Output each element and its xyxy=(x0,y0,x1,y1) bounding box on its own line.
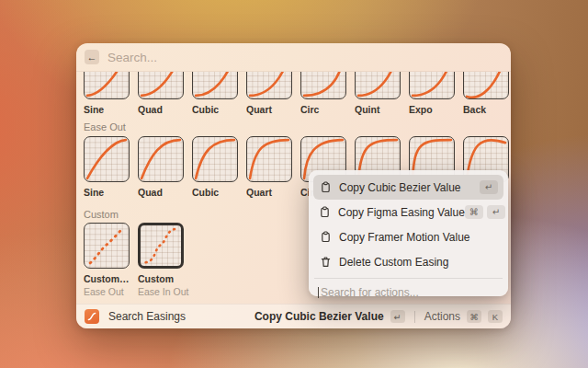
enter-key-icon: ↵ xyxy=(487,205,505,219)
easing-name: Quart xyxy=(246,104,292,115)
easing-card-cell[interactable]: Back xyxy=(463,72,509,115)
primary-action-button[interactable]: Copy Cubic Bezier Value xyxy=(254,310,384,323)
easing-card-cell[interactable]: Quad xyxy=(138,72,184,115)
custom-ease-in-out-curve xyxy=(141,225,181,266)
easing-name: Quart xyxy=(246,187,292,198)
easing-curve-thumbnail[interactable] xyxy=(84,136,130,182)
ease-out-quad-curve xyxy=(139,137,183,181)
clipboard-icon xyxy=(319,231,332,243)
custom-easing-type: Ease Out xyxy=(84,286,130,297)
search-header: ← Search... xyxy=(76,43,511,72)
custom-easing-name: Custom Eas… xyxy=(84,273,130,284)
easing-curve-thumbnail[interactable] xyxy=(355,72,401,99)
search-input[interactable]: Search... xyxy=(107,51,157,64)
easing-name: Quad xyxy=(138,104,184,115)
easing-name: Quad xyxy=(138,187,184,198)
easing-card-cell[interactable]: Sine xyxy=(84,136,130,198)
ease-in-expo-curve xyxy=(410,72,454,98)
easing-curve-thumbnail[interactable] xyxy=(138,136,184,182)
easing-card-cell[interactable]: Sine xyxy=(84,72,130,115)
menu-item-label: Delete Custom Easing xyxy=(339,256,498,269)
section-header-ease-out: Ease Out xyxy=(84,121,126,132)
easing-card-cell[interactable]: Quint xyxy=(355,72,401,115)
back-button[interactable]: ← xyxy=(85,50,99,64)
enter-key-icon: ↵ xyxy=(390,310,405,323)
footer-actions-group: Copy Cubic Bezier Value ↵ Actions ⌘ K xyxy=(254,310,503,323)
ease-in-sine-curve xyxy=(85,72,129,98)
footer-divider xyxy=(414,311,415,323)
menu-item-label: Copy Cubic Bezier Value xyxy=(339,181,480,194)
menu-item-copy-framer-motion[interactable]: Copy Framer Motion Value xyxy=(313,224,503,249)
section-header-custom: Custom xyxy=(84,209,119,220)
easing-card-cell[interactable]: Expo xyxy=(409,72,455,115)
easing-name: Cubic xyxy=(192,187,238,198)
actions-panel: Copy Cubic Bezier Value ↵ Copy Figma Eas… xyxy=(309,170,508,296)
custom-easing-cell-selected[interactable]: Custom Ease In Out xyxy=(138,223,184,297)
easing-curve-thumbnail[interactable] xyxy=(463,72,509,99)
easing-curve-thumbnail[interactable] xyxy=(246,72,292,99)
action-bar: Search Easings Copy Cubic Bezier Value ↵… xyxy=(76,304,511,328)
easing-card-cell[interactable]: Cubic xyxy=(192,72,238,115)
custom-row: Custom Eas… Ease Out Custom Ease In Out xyxy=(84,223,192,297)
easing-card-cell[interactable]: Quart xyxy=(246,136,292,198)
easing-name: Sine xyxy=(84,104,130,115)
ease-in-back-curve xyxy=(464,72,508,98)
menu-item-delete-custom-easing[interactable]: Delete Custom Easing xyxy=(313,249,503,274)
ease-in-quart-curve xyxy=(247,72,291,98)
clipboard-icon xyxy=(319,181,332,193)
actions-search-placeholder: Search for actions... xyxy=(321,286,419,299)
easing-curve-thumbnail[interactable] xyxy=(192,72,238,99)
custom-ease-out-curve xyxy=(85,224,129,268)
back-arrow-icon: ← xyxy=(87,52,97,63)
custom-easing-name: Custom xyxy=(138,273,184,284)
menu-item-label: Copy Figma Easing Value xyxy=(338,206,465,219)
easing-curve-thumbnail[interactable] xyxy=(84,72,130,99)
easing-curve-thumbnail[interactable] xyxy=(192,136,238,182)
ease-out-cubic-curve xyxy=(193,137,237,181)
command-title: Search Easings xyxy=(108,310,186,323)
custom-easing-cell[interactable]: Custom Eas… Ease Out xyxy=(84,223,130,297)
easing-curve-thumbnail[interactable] xyxy=(246,136,292,182)
easing-curve-thumbnail[interactable] xyxy=(138,72,184,99)
command-key-icon: ⌘ xyxy=(465,205,483,219)
menu-divider xyxy=(314,278,503,279)
easing-card-cell[interactable]: Circ xyxy=(300,72,346,115)
menu-item-copy-figma-easing[interactable]: Copy Figma Easing Value ⌘ ↵ xyxy=(313,200,503,224)
easing-curve-thumbnail[interactable] xyxy=(409,72,455,99)
easing-name: Cubic xyxy=(192,104,238,115)
actions-search-field[interactable]: Search for actions... xyxy=(313,282,503,303)
easing-name: Expo xyxy=(409,104,455,115)
custom-easing-thumbnail[interactable] xyxy=(84,223,130,269)
easing-curve-thumbnail[interactable] xyxy=(300,72,346,99)
k-key-icon: K xyxy=(488,310,503,323)
trash-icon xyxy=(319,256,332,268)
enter-key-icon: ↵ xyxy=(480,180,498,194)
desktop-background: ← Search... Sine Quad Cubic xyxy=(0,0,588,368)
easing-card-cell[interactable]: Cubic xyxy=(192,136,238,198)
menu-item-label: Copy Framer Motion Value xyxy=(339,231,498,244)
easing-name: Sine xyxy=(84,187,130,198)
text-caret xyxy=(318,287,319,298)
actions-menu-button[interactable]: Actions xyxy=(424,310,460,323)
easing-card-cell[interactable]: Quad xyxy=(138,136,184,198)
custom-easing-type: Ease In Out xyxy=(138,286,184,297)
ease-in-quint-curve xyxy=(356,72,400,98)
ease-in-circ-curve xyxy=(301,72,345,98)
command-key-icon: ⌘ xyxy=(467,310,481,323)
ease-in-quad-curve xyxy=(139,72,183,98)
easing-name: Back xyxy=(463,104,509,115)
ease-out-sine-curve xyxy=(85,137,129,181)
custom-easing-thumbnail-selected[interactable] xyxy=(138,223,184,269)
easing-name: Quint xyxy=(355,104,401,115)
ease-out-quart-curve xyxy=(247,137,291,181)
easing-card-cell[interactable]: Quart xyxy=(246,72,292,115)
ease-in-cubic-curve xyxy=(193,72,237,98)
easing-name: Circ xyxy=(300,104,346,115)
menu-item-copy-cubic-bezier[interactable]: Copy Cubic Bezier Value ↵ xyxy=(313,175,503,200)
easings-app-icon xyxy=(85,309,99,324)
clipboard-icon xyxy=(319,206,331,218)
ease-in-row: Sine Quad Cubic Quart Circ xyxy=(84,72,511,115)
